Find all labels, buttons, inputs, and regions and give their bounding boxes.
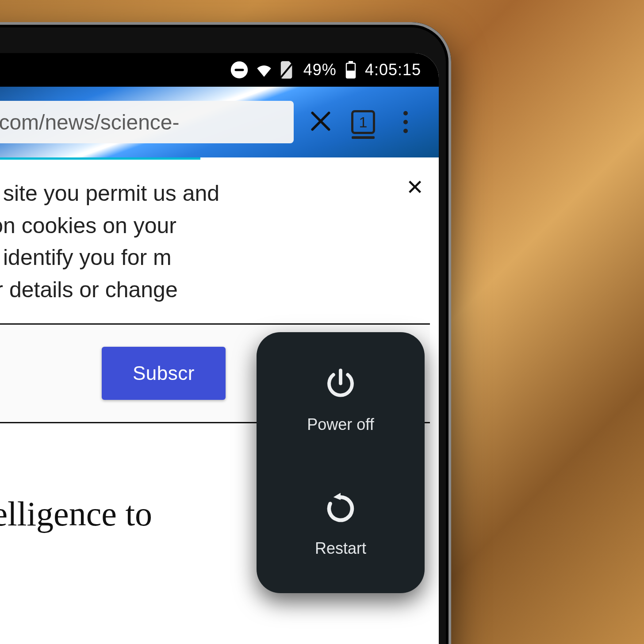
- subscribe-label: Subscr: [133, 362, 195, 384]
- cookie-text-4b: for details or change: [0, 277, 178, 302]
- url-bar[interactable]: conomist.com/news/science-: [0, 101, 294, 143]
- no-sim-icon: [280, 61, 295, 79]
- svg-rect-5: [346, 71, 355, 78]
- battery-percent-text: 49%: [303, 61, 337, 79]
- tabs-icon: 1: [351, 110, 375, 134]
- restart-button[interactable]: Restart: [315, 491, 366, 558]
- clock-text: 4:05:15: [365, 61, 421, 79]
- battery-icon: [345, 61, 356, 79]
- phone-body: 49% 4:05:15 conomist.com/news/science-: [0, 22, 451, 644]
- overflow-menu-button[interactable]: [390, 107, 421, 138]
- browser-toolbar: conomist.com/news/science- 1: [0, 87, 439, 157]
- power-off-button[interactable]: Power off: [307, 368, 374, 434]
- more-vert-icon: [403, 111, 408, 133]
- restart-icon: [323, 491, 358, 526]
- tabs-button[interactable]: 1: [348, 107, 379, 138]
- close-icon: [308, 109, 333, 135]
- svg-rect-1: [234, 69, 244, 71]
- close-icon: ✕: [406, 176, 424, 199]
- power-off-label: Power off: [307, 415, 374, 434]
- cookie-text-2: dentification cookies on your: [0, 213, 176, 238]
- headline-text: cial intelligence to: [0, 494, 152, 533]
- restart-label: Restart: [315, 539, 366, 558]
- cookie-text-3: cookies to identify you for m: [0, 245, 172, 270]
- cookie-text-1: rowse this site you permit us and: [0, 181, 219, 206]
- stop-button[interactable]: [305, 107, 336, 138]
- banner-close-button[interactable]: ✕: [406, 172, 424, 203]
- tab-count-text: 1: [359, 114, 368, 131]
- do-not-disturb-icon: [230, 61, 249, 79]
- power-menu: Power off Restart: [257, 332, 425, 593]
- status-icons: [230, 61, 295, 79]
- subscribe-button[interactable]: Subscr: [102, 347, 226, 400]
- status-bar: 49% 4:05:15: [0, 53, 439, 87]
- url-text: conomist.com/news/science-: [0, 110, 180, 134]
- power-icon: [323, 368, 358, 402]
- phone-screen: 49% 4:05:15 conomist.com/news/science-: [0, 53, 439, 644]
- wifi-icon: [255, 61, 273, 79]
- webpage-content[interactable]: ✕ rowse this site you permit us and dent…: [0, 160, 439, 644]
